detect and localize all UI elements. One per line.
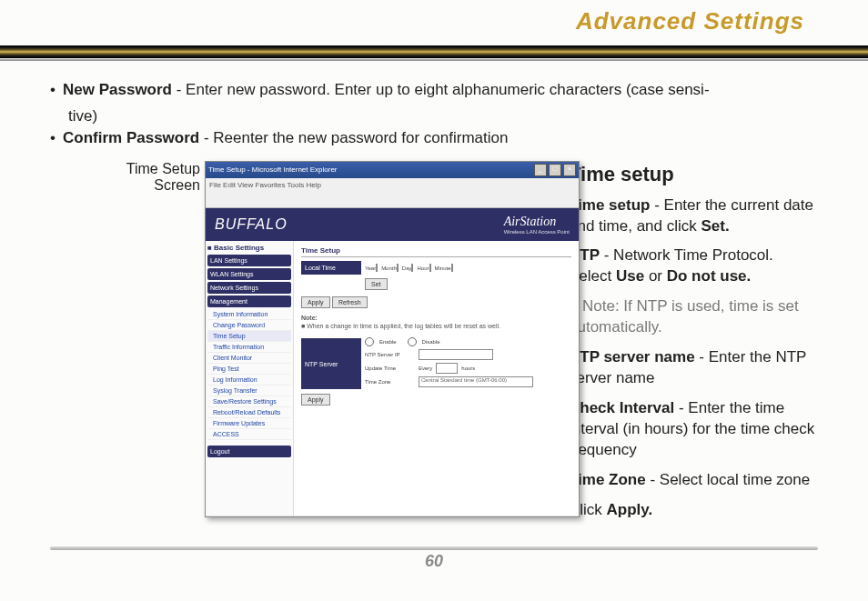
month-label: Month xyxy=(381,265,397,271)
p3-bold: NTP server name xyxy=(569,348,695,366)
sidebar-sub-item-selected: Time Setup xyxy=(207,331,291,342)
sidebar-sub-item: Log Information xyxy=(207,375,291,386)
sidebar-sub-item: ACCESS xyxy=(207,429,291,440)
time-setup-screenshot: Time Setup - Microsoft Internet Explorer… xyxy=(205,161,580,517)
sidebar-sub-item: Change Password xyxy=(207,320,291,331)
caption-line2: Screen xyxy=(154,177,200,193)
sidebar-sub-item: Save/Restore Settings xyxy=(207,396,291,407)
apply-button: Apply xyxy=(301,296,330,308)
page-title: Advanced Settings xyxy=(576,7,804,35)
note-heading: Note: xyxy=(301,315,318,321)
sidebar-sub-item: Traffic Information xyxy=(207,342,291,353)
sidebar-main-item: WLAN Settings xyxy=(207,268,291,280)
update-time-label: Update Time xyxy=(365,366,415,371)
ntp-server-input xyxy=(419,349,493,360)
password-bullets: • New Password - Enter new password. Ent… xyxy=(50,79,818,150)
p6-bold: Apply. xyxy=(607,501,653,518)
sidebar-sub-item: System Information xyxy=(207,309,291,320)
bullet-dot: • xyxy=(50,79,63,102)
sidebar-main-item: LAN Settings xyxy=(207,255,291,266)
disable-label: Disable xyxy=(422,339,440,345)
year-label: Year xyxy=(365,265,376,271)
close-icon: × xyxy=(563,164,576,176)
p2-bold2: Use xyxy=(616,267,644,285)
every-label: Every xyxy=(419,366,432,371)
browser-menubar: File Edit View Favorites Tools Help xyxy=(206,178,579,208)
product-subtitle: Wireless LAN Access Point xyxy=(504,229,570,235)
day-label: Day xyxy=(402,265,412,271)
hours-label: hours xyxy=(461,366,475,371)
enable-label: Enable xyxy=(379,339,397,345)
time-setup-heading: Time setup xyxy=(569,161,818,188)
confirm-password-text: - Reenter the new password for confirmat… xyxy=(199,129,508,146)
brand-logo: BUFFALO xyxy=(215,216,288,233)
local-time-label: Local Time xyxy=(301,261,361,275)
decorative-bar-gold xyxy=(0,45,868,58)
ntp-server-ip-label: NTP Server IP xyxy=(365,352,415,357)
footer-rule xyxy=(50,546,818,550)
sidebar-sub-item: Client Monitor xyxy=(207,353,291,364)
sidebar-main-item: Management xyxy=(207,295,291,307)
p4-bold: Check Interval xyxy=(569,399,674,416)
new-password-wrap: tive) xyxy=(68,105,818,128)
p1-bold2: Set. xyxy=(701,217,730,235)
sidebar-sub-item: Syslog Transfer xyxy=(207,386,291,396)
minute-label: Minute xyxy=(435,265,451,271)
month-input xyxy=(397,264,399,272)
p5-text: - Select local time zone xyxy=(646,471,810,488)
refresh-button: Refresh xyxy=(332,296,368,308)
year-input xyxy=(376,264,378,272)
maximize-icon: □ xyxy=(549,164,561,176)
apply-button-2: Apply xyxy=(301,394,330,406)
note-body: ■ When a change in time is applied, the … xyxy=(301,323,500,329)
hour-input xyxy=(429,264,431,272)
sidebar-sub-item: Firmware Updates xyxy=(207,418,291,429)
day-input xyxy=(411,264,413,272)
sidebar-logout: Logout xyxy=(207,446,291,457)
bullet-dot: • xyxy=(50,127,63,150)
caption-line1: Time Setup xyxy=(126,161,200,176)
sidebar-sub-item: Ping Test xyxy=(207,364,291,375)
sidebar-main-item: Network Settings xyxy=(207,282,291,294)
p5-bold: Time Zone xyxy=(569,471,646,488)
p2-bold3: Do not use. xyxy=(667,267,752,285)
page-number: 60 xyxy=(0,552,868,571)
new-password-text: - Enter new password. Enter up to eight … xyxy=(172,81,710,98)
time-zone-select: Central Standard time (GMT-06:00) xyxy=(419,376,533,387)
window-title: Time Setup - Microsoft Internet Explorer xyxy=(208,165,338,174)
product-name: AirStation xyxy=(504,215,557,228)
p2-or: or xyxy=(644,267,667,285)
minute-input xyxy=(451,264,453,272)
confirm-password-label: Confirm Password xyxy=(63,129,199,146)
sidebar-heading: ■ Basic Settings xyxy=(207,244,291,255)
ntp-label: NTP Server xyxy=(301,338,361,389)
p1-bold: Time setup xyxy=(569,196,650,214)
ntp-note: ■ Note: If NTP is used, time is set auto… xyxy=(569,296,818,338)
minimize-icon: _ xyxy=(534,164,547,176)
radio-icon xyxy=(365,337,374,346)
section-heading: Time Setup xyxy=(301,246,571,257)
new-password-label: New Password xyxy=(63,81,172,98)
interval-input xyxy=(436,363,458,374)
time-zone-label: Time Zone xyxy=(365,379,415,385)
sidebar-sub-item: Reboot/Reload Defaults xyxy=(207,407,291,418)
set-button: Set xyxy=(365,278,388,290)
radio-icon xyxy=(408,337,417,346)
hour-label: Hour xyxy=(417,265,429,271)
